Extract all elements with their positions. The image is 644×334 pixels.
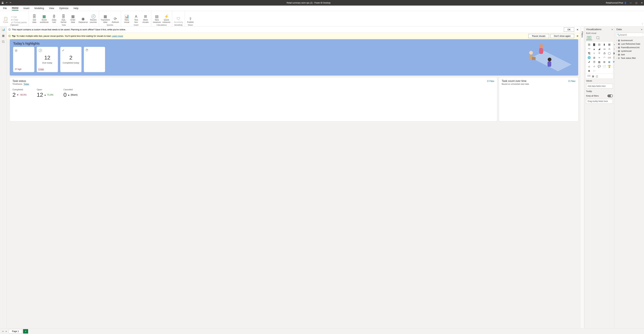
card-overdue[interactable]: ⏱ <box>84 47 105 72</box>
maximize-button[interactable]: ▢ <box>636 2 637 4</box>
collapse-ribbon-button[interactable]: ˄ <box>642 24 643 26</box>
viz-custom1-icon[interactable]: ▦ <box>592 75 594 78</box>
menu-insert[interactable]: Insert <box>24 6 29 10</box>
report-view-icon[interactable]: 📊 <box>2 28 5 31</box>
viz-more-icon[interactable]: ⋯ <box>592 69 596 72</box>
card-completed[interactable]: ✓ 2 Completed today <box>60 47 82 72</box>
viz-narrative-icon[interactable]: 📄 <box>602 65 606 68</box>
task-count-tile[interactable]: Task count over time ⚲Filter Based on sc… <box>499 78 578 121</box>
new-visual-button[interactable]: 📊New visual <box>123 14 130 24</box>
table-task-status-filter[interactable]: ›⊞Task status filter <box>616 56 642 60</box>
menu-modeling[interactable]: Modeling <box>34 6 44 10</box>
task-status-tile[interactable]: Task status ⚲Filter Timeframe : Today Co… <box>10 78 497 121</box>
model-view-icon[interactable]: ⿻ <box>2 40 5 43</box>
refresh-button[interactable]: ⟳Refresh <box>112 17 119 24</box>
menu-view[interactable]: View <box>49 6 54 10</box>
keep-filters-toggle[interactable]: On <box>608 95 613 97</box>
viz-donut-icon[interactable]: ◯ <box>608 52 611 55</box>
viz-line-col2-icon[interactable]: ⫙ <box>608 47 611 50</box>
more-visuals-button[interactable]: ⊞More visuals <box>142 14 149 24</box>
viz-r-icon[interactable]: R <box>608 61 611 64</box>
search-field[interactable]: 🔍 <box>616 33 643 37</box>
next-page-button[interactable]: ▸ <box>5 329 8 333</box>
close-banner-2[interactable]: ✕ <box>576 35 578 38</box>
data-hub-button[interactable]: 🛢Data hub <box>50 14 58 24</box>
table-task[interactable]: ›▦task <box>616 53 642 56</box>
sql-button[interactable]: 🗄SQL Server <box>60 14 67 24</box>
recent-sources-button[interactable]: 🕘Recent sources <box>90 14 97 24</box>
minimize-button[interactable]: — <box>630 2 632 4</box>
table-parent-bu[interactable]: ›▦ParentBusinessUnit <box>616 46 642 49</box>
dont-show-button[interactable]: Don't show again <box>550 34 574 38</box>
menu-file[interactable]: File <box>3 6 7 10</box>
publish-button[interactable]: ⇪Publish <box>186 17 194 24</box>
viz-100-bar-icon[interactable]: ▦ <box>608 43 611 46</box>
ok-button[interactable]: OK <box>564 28 574 32</box>
table-view-icon[interactable]: ▦ <box>2 34 4 37</box>
viz-matrix-icon[interactable]: ⊞ <box>602 61 606 64</box>
filters-pane-collapsed[interactable]: Filters <box>580 27 584 328</box>
card-target[interactable]: ◎ 37 high <box>13 47 34 72</box>
viz-kpi-icon[interactable]: ⬈ <box>587 61 591 64</box>
card-due-today[interactable]: 🕒 12 Due today 0 high <box>37 47 58 72</box>
excel-button[interactable]: ▦Excel workbook <box>40 14 48 24</box>
table-last-refreshed[interactable]: ›▦Last Refreshed Date <box>616 42 642 46</box>
get-data-button[interactable]: 🗄Get data <box>30 14 38 24</box>
viz-stacked-bar-icon[interactable]: ▥ <box>587 43 591 46</box>
close-button[interactable]: ✕ <box>641 2 643 4</box>
page-tab-1[interactable]: Page 1 <box>9 329 22 333</box>
viz-filled-map-icon[interactable]: ◍ <box>592 56 596 59</box>
viz-goals-icon[interactable]: 🏆 <box>608 65 611 68</box>
viz-card-icon[interactable]: 123 <box>608 56 611 59</box>
save-icon[interactable]: 💾 <box>1 2 4 4</box>
viz-line-icon[interactable]: 〜 <box>587 47 591 50</box>
dataverse-button[interactable]: ◉Dataverse <box>78 17 88 24</box>
viz-power-apps-icon[interactable]: ◆ <box>587 69 591 72</box>
quick-measure-button[interactable]: ⚡Quick measure <box>162 14 170 24</box>
prev-page-button[interactable]: ◂ <box>1 329 4 333</box>
viz-key-influencer-icon[interactable]: ⎋ <box>587 65 591 68</box>
undo-icon[interactable]: ↶ <box>6 2 8 4</box>
table-businessunit[interactable]: ›▦businessunit <box>616 39 642 42</box>
hero-visual[interactable]: Today's highlights ◎ 37 high 🕒 12 Due to… <box>10 39 578 76</box>
values-well[interactable]: Add data fields here <box>586 84 613 89</box>
transform-data-button[interactable]: ▦Transform data <box>101 14 110 24</box>
format-visual-tab[interactable] <box>595 35 601 40</box>
viz-slicer-icon[interactable]: ☰ <box>592 61 596 64</box>
filter-button[interactable]: ⚲Filter <box>568 80 576 82</box>
account-area[interactable]: RetailAuroraCIPool 👤 <box>606 2 627 4</box>
viz-waterfall-icon[interactable]: 🏗 <box>587 52 591 55</box>
new-measure-button[interactable]: ▤New measure <box>153 14 161 24</box>
viz-clustered-bar-icon[interactable]: ▤ <box>597 43 601 46</box>
viz-pie-icon[interactable]: ◔ <box>602 52 606 55</box>
menu-optimize[interactable]: Optimize <box>59 6 68 10</box>
viz-area-icon[interactable]: ▲ <box>592 47 596 50</box>
viz-stacked-col-icon[interactable]: ▇ <box>592 43 596 46</box>
viz-table-icon[interactable]: ▦ <box>597 61 601 64</box>
viz-text-icon[interactable]: 123 <box>587 75 590 78</box>
viz-azure-map-icon[interactable]: ⌖ <box>597 56 601 59</box>
enter-data-button[interactable]: ▦Enter data <box>69 14 77 24</box>
table-systemuser[interactable]: ›▦systemuser <box>616 49 642 53</box>
collapse-viz-icon[interactable]: » <box>612 28 613 31</box>
learn-more-link[interactable]: Learn more <box>112 35 123 37</box>
viz-clustered-col-icon[interactable]: ▮ <box>602 43 606 46</box>
redo-icon[interactable]: ↷ <box>10 2 11 4</box>
viz-qa-icon[interactable]: 💬 <box>597 65 601 68</box>
filter-button[interactable]: ⚲Filter <box>487 80 494 82</box>
viz-decomp-icon[interactable]: ⊹ <box>592 65 596 68</box>
viz-line-col-icon[interactable]: ⫘ <box>602 47 606 50</box>
timeframe-link[interactable]: Today <box>24 83 29 85</box>
menu-home[interactable]: Home <box>12 6 18 11</box>
menu-help[interactable]: Help <box>74 6 78 10</box>
viz-scatter-icon[interactable]: ⠿ <box>597 52 601 55</box>
viz-stacked-area-icon[interactable]: ◢ <box>597 47 601 50</box>
viz-map-icon[interactable]: 🌐 <box>587 56 591 59</box>
add-page-button[interactable]: + <box>23 329 28 333</box>
pause-visuals-button[interactable]: Pause visuals <box>528 34 549 38</box>
viz-gauge-icon[interactable]: ◠ <box>602 56 606 59</box>
viz-custom2-icon[interactable]: ◫ <box>596 75 598 78</box>
build-visual-tab[interactable] <box>586 35 592 40</box>
tooltip-well[interactable]: Drag tooltip fields here <box>586 99 613 104</box>
collapse-data-icon[interactable]: » <box>641 28 642 31</box>
